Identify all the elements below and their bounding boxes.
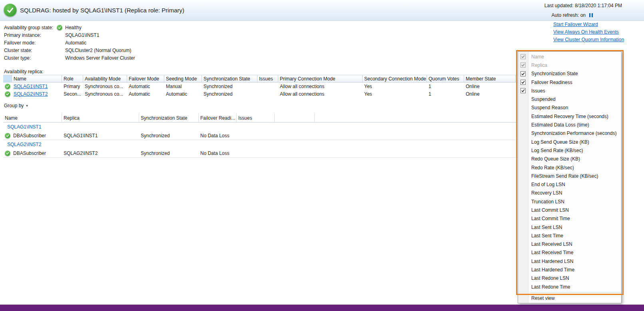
menu-item[interactable]: Replica (518, 61, 621, 69)
summary-row: Availability group state:Healthy (4, 24, 135, 31)
menu-item[interactable]: Log Send Queue Size (KB) (518, 138, 621, 146)
menu-item[interactable]: FileStream Send Rate (KB/sec) (518, 172, 621, 180)
menu-item[interactable]: Last Sent Time (518, 231, 621, 240)
menu-separator (529, 292, 620, 293)
group-by-button[interactable]: Group by ▾ (4, 103, 28, 108)
action-link[interactable]: Start Failover Wizard (553, 21, 624, 28)
column-header[interactable]: Issues (237, 113, 275, 122)
healthy-check-icon (5, 91, 10, 97)
row-filler (315, 131, 539, 140)
menu-item[interactable]: Last Redone Time (518, 283, 621, 291)
replica-name-link[interactable]: SQLAG2\INST2 (14, 91, 48, 97)
chevron-down-icon: ▾ (26, 104, 28, 108)
ag-summary: Availability group state:HealthyPrimary … (4, 24, 135, 62)
menu-item[interactable]: Last Hardened LSN (518, 257, 621, 265)
column-header[interactable]: Quorum Votes (427, 75, 464, 82)
checkbox (520, 71, 526, 76)
menu-item[interactable]: Last Sent LSN (518, 223, 621, 231)
menu-item-label: Last Commit LSN (531, 207, 569, 213)
menu-item-label: Last Redone LSN (531, 275, 569, 281)
empty-column-header (275, 113, 315, 122)
menu-item[interactable]: Issues (518, 86, 621, 95)
menu-item[interactable]: Estimated Data Loss (time) (518, 120, 621, 129)
check-circle-icon (4, 4, 17, 17)
database-name: DBASubscriber (13, 150, 46, 156)
menu-item-label: Redo Rate (KB/sec) (531, 165, 574, 171)
summary-value: Windows Server Failover Cluster (65, 55, 135, 61)
menu-item[interactable]: Suspend Reason (518, 104, 621, 112)
menu-item[interactable]: End of Log LSN (518, 180, 621, 189)
icon-column-header[interactable] (3, 75, 12, 82)
menu-item-label: Suspend Reason (531, 105, 568, 110)
database-row: DBASubscriberSQLAG1\INST1SynchronizedNo … (3, 131, 539, 140)
checkbox (520, 80, 526, 85)
menu-item[interactable]: Suspended (518, 95, 621, 103)
healthy-check-icon (57, 25, 62, 30)
database-replica-table: NameReplicaSynchronization StateFailover… (3, 113, 539, 158)
column-header[interactable]: Secondary Connection Mode (363, 75, 427, 82)
menu-item[interactable]: Synchronization State (518, 70, 621, 78)
menu-item[interactable]: Last Commit LSN (518, 206, 621, 214)
table-cell (257, 90, 278, 98)
menu-item[interactable]: Redo Rate (KB/sec) (518, 163, 621, 172)
column-header[interactable]: Synchronization State (202, 75, 257, 82)
menu-item[interactable]: Truncation LSN (518, 197, 621, 206)
pause-icon[interactable] (589, 13, 593, 17)
menu-item[interactable]: Last Redone LSN (518, 274, 621, 283)
healthy-check-icon (5, 84, 10, 89)
menu-item[interactable]: Last Received Time (518, 249, 621, 257)
checkbox-slot (520, 80, 526, 85)
dashboard-header: SQLDRAG: hosted by SQLAG1\INST1 (Replica… (0, 0, 644, 21)
replica-group-link[interactable]: SQLAG1\INST1 (7, 124, 41, 130)
summary-row: Cluster state:SQLCluster2 (Normal Quorum… (4, 46, 135, 54)
replica-name-link[interactable]: SQLAG1\INST1 (14, 84, 48, 89)
table-cell: Synchronized (202, 90, 257, 98)
column-header[interactable]: Primary Connection Mode (278, 75, 363, 82)
menu-item[interactable]: Redo Queue Size (KB) (518, 155, 621, 163)
replica-group-header: SQLAG2\INST2 (3, 140, 539, 149)
database-name-cell: DBASubscriber (3, 149, 62, 157)
column-header[interactable]: Member State (464, 75, 516, 82)
table-cell: Yes (363, 82, 427, 90)
menu-item-label: Synchronization State (531, 71, 578, 76)
column-chooser-menu: NameReplicaSynchronization StateFailover… (518, 51, 622, 303)
column-header[interactable]: Role (62, 75, 83, 82)
column-header[interactable]: Name (12, 75, 62, 82)
auto-refresh-label: Auto refresh: on (552, 12, 586, 18)
column-header[interactable]: Seeding Mode (164, 75, 202, 82)
column-header[interactable]: Replica (62, 113, 139, 122)
column-header[interactable]: Name (3, 113, 62, 122)
column-header[interactable]: Failover Readi... (199, 113, 237, 122)
action-link[interactable]: View Cluster Quorum Information (553, 36, 624, 44)
menu-item[interactable]: Synchronization Performance (seconds) (518, 129, 621, 138)
summary-value-text: Automatic (65, 40, 86, 46)
summary-label: Cluster type: (4, 55, 65, 61)
menu-item[interactable]: Recovery LSN (518, 189, 621, 197)
table-cell: Online (464, 82, 516, 90)
menu-item-label: Last Hardened LSN (531, 259, 573, 264)
menu-item-label: Name (531, 54, 544, 60)
reset-view-menu-item[interactable]: Reset view (518, 294, 621, 302)
menu-item[interactable]: Last Hardened Time (518, 265, 621, 274)
menu-item[interactable]: Log Send Rate (KB/sec) (518, 146, 621, 154)
menu-item[interactable]: Last Received LSN (518, 240, 621, 249)
menu-item[interactable]: Failover Readiness (518, 78, 621, 86)
replica-name-cell: SQLAG1\INST1 (12, 82, 62, 90)
column-header[interactable]: Synchronization State (139, 113, 199, 122)
auto-refresh-row: Auto refresh: on (552, 12, 593, 18)
menu-item[interactable]: Name (518, 52, 621, 61)
column-header[interactable]: Availability Mode (83, 75, 127, 82)
table-cell: SQLAG2\INST2 (62, 149, 139, 157)
column-header[interactable]: Issues (257, 75, 278, 82)
menu-item-label: End of Log LSN (531, 182, 565, 187)
table-cell (237, 149, 275, 157)
summary-row: Failover mode:Automatic (4, 39, 135, 46)
menu-item[interactable]: Last Commit Time (518, 215, 621, 223)
menu-item[interactable]: Estimated Recovery Time (seconds) (518, 112, 621, 120)
table-cell (275, 149, 315, 157)
action-link[interactable]: View Always On Health Events (553, 28, 624, 36)
last-updated-text: Last updated: 8/18/2020 1:17:04 PM (544, 3, 622, 8)
replica-group-link[interactable]: SQLAG2\INST2 (7, 142, 41, 147)
page-title: SQLDRAG: hosted by SQLAG1\INST1 (Replica… (20, 7, 184, 14)
column-header[interactable]: Failover Mode (127, 75, 164, 82)
